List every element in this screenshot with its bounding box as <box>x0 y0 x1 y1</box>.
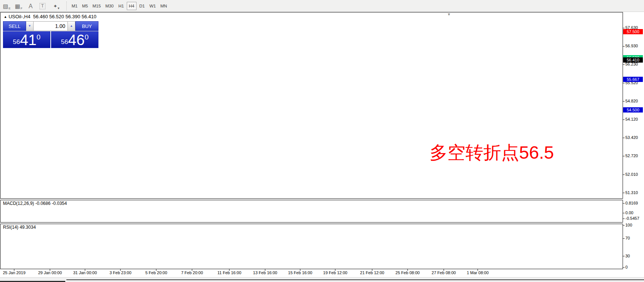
time-tick-label: 25 Jan 2019 <box>3 270 26 275</box>
chevron-down-icon: ▾ <box>58 6 60 10</box>
rsi-tick-label: 0 <box>625 265 628 269</box>
timeframe-buttons: M1M5M15M30H1H4D1W1MN <box>69 2 169 10</box>
arrow-down-icon: ▼ <box>28 24 31 28</box>
time-tick-label: 5 Feb 20:00 <box>145 270 167 275</box>
buy-price-button[interactable]: 56 46 0 <box>51 31 98 48</box>
macd-tick-label: -0.5457 <box>625 216 639 221</box>
toolbar-separator <box>66 1 67 10</box>
macd-label: MACD(12,26,9) -0.0686 -0.0354 <box>3 201 67 206</box>
price-tick-label: 52.720 <box>625 153 638 158</box>
buy-button[interactable]: BUY <box>75 21 98 31</box>
arrow-up-icon: ▲ <box>70 24 73 28</box>
timeframe-button-mn[interactable]: MN <box>158 2 169 10</box>
buy-price-prefix: 56 <box>61 38 68 46</box>
horizontal-scrollbar <box>0 277 644 282</box>
price-tick-label: 51.310 <box>625 190 638 195</box>
grid-glyph: ▦ <box>15 2 20 10</box>
rsi-tick-label: 30 <box>625 254 630 258</box>
time-tick-label: 1 Mar 08:00 <box>467 270 489 275</box>
timeframe-button-d1[interactable]: D1 <box>137 2 147 10</box>
price-tick-label: 52.010 <box>625 172 638 177</box>
grid-icon[interactable]: ▦ F <box>13 1 24 10</box>
rsi-tick-label: 100 <box>625 223 632 227</box>
volume-increase-button[interactable]: ▲ <box>68 21 75 31</box>
toolbar: ▨ E ▦ F A T ✦ ▾ M1M5M15M30H1H4D1W1MN <box>0 0 644 12</box>
price-badge: 55.667 <box>623 77 643 82</box>
macd-tick-label: 0.8169 <box>625 201 638 205</box>
chart-title: ▲USOil-,H4 56.460 56.520 56.390 56.410 <box>4 14 97 19</box>
time-tick-label: 3 Feb 23:00 <box>110 270 132 275</box>
timeframe-button-w1[interactable]: W1 <box>148 2 158 10</box>
price-badge: 54.500 <box>623 107 643 113</box>
sell-price-main: 41 <box>20 32 37 47</box>
scrollbar-thumb[interactable] <box>66 279 644 280</box>
mt4-window: { "toolbar": { "icons": [ {"name": "indi… <box>0 0 644 282</box>
price-badge: 57.500 <box>623 29 643 34</box>
price-badge: 56.410 <box>623 57 643 63</box>
price-tick-label: 54.820 <box>625 99 638 103</box>
buy-price-sup: 0 <box>85 33 89 41</box>
indicators-hatch-icon[interactable]: ▨ E <box>1 1 12 10</box>
time-tick-label: 7 Feb 20:00 <box>181 270 203 275</box>
shapes-tool-icon[interactable]: ✦ ▾ <box>49 1 63 10</box>
collapse-arrow-icon[interactable]: ▲ <box>4 15 7 19</box>
timeframe-button-h1[interactable]: H1 <box>116 2 126 10</box>
time-tick-label: 27 Feb 08:00 <box>432 270 456 275</box>
sell-price-sup: 0 <box>37 33 41 41</box>
time-tick-label: 21 Feb 12:00 <box>360 270 384 275</box>
ohlc-values: 56.460 56.520 56.390 56.410 <box>33 14 97 19</box>
scroll-to-end-icon[interactable]: ▼ <box>447 12 451 16</box>
price-tick-label: 56.230 <box>625 62 638 66</box>
time-tick-label: 11 Feb 16:00 <box>217 270 241 275</box>
hatch-glyph: ▨ <box>3 2 8 10</box>
text-tool-icon[interactable]: A <box>25 1 36 10</box>
rsi-label: RSI(14) 49.3034 <box>3 225 36 230</box>
chart-annotation-text: 多空转折点56.5 <box>430 141 554 165</box>
time-tick-label: 29 Jan 00:00 <box>38 270 62 275</box>
time-tick-label: 15 Feb 16:00 <box>288 270 312 275</box>
volume-decrease-button[interactable]: ▼ <box>26 21 34 31</box>
volume-input[interactable] <box>34 21 68 31</box>
price-tick-label: 53.420 <box>625 135 638 140</box>
label-tool-icon[interactable]: T <box>37 1 48 10</box>
symbol-label: USOil-,H4 <box>9 14 31 19</box>
one-click-trade-panel: SELL ▼ ▲ BUY 56 41 0 56 46 0 <box>3 21 98 48</box>
timeframe-button-m15[interactable]: M15 <box>91 2 103 10</box>
sell-button[interactable]: SELL <box>3 21 26 31</box>
time-tick-label: 25 Feb 08:00 <box>396 270 420 275</box>
sell-price-prefix: 56 <box>13 38 20 46</box>
time-tick-label: 13 Feb 16:00 <box>253 270 277 275</box>
price-tick-label: 56.930 <box>625 44 638 48</box>
buy-price-main: 46 <box>68 32 85 47</box>
time-tick-label: 19 Feb 12:00 <box>323 270 348 275</box>
sell-price-button[interactable]: 56 41 0 <box>3 31 50 48</box>
price-tick-label: 54.120 <box>625 117 638 121</box>
timeframe-button-m1[interactable]: M1 <box>70 2 79 10</box>
time-tick-label: 31 Jan 00:00 <box>73 270 97 275</box>
timeframe-button-m30[interactable]: M30 <box>103 2 115 10</box>
timeframe-button-m5[interactable]: M5 <box>80 2 90 10</box>
rsi-tick-label: 70 <box>625 236 630 240</box>
macd-tick-label: 0.00 <box>625 210 633 215</box>
timeframe-button-h4[interactable]: H4 <box>127 2 136 10</box>
